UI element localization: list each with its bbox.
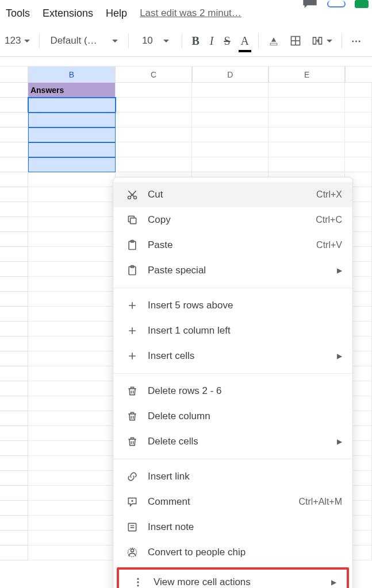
more-toolbar-button[interactable]: ⋯ — [348, 31, 366, 51]
menu-extensions[interactable]: Extensions — [43, 7, 93, 20]
row-header[interactable] — [0, 336, 28, 351]
cell[interactable] — [28, 381, 116, 396]
cell[interactable] — [28, 98, 116, 113]
cell[interactable] — [28, 307, 116, 322]
fill-color-button[interactable] — [264, 31, 283, 51]
cell[interactable] — [28, 456, 116, 471]
row-header[interactable] — [0, 98, 28, 113]
cell[interactable] — [269, 142, 345, 157]
row-header[interactable] — [0, 546, 28, 560]
cell[interactable] — [269, 98, 345, 113]
cell[interactable] — [345, 83, 372, 98]
context-menu-item-insert-note[interactable]: Insert note — [113, 514, 352, 540]
context-menu-item-cut[interactable]: CutCtrl+X — [113, 182, 352, 207]
menu-help[interactable]: Help — [106, 7, 127, 20]
bold-button[interactable]: B — [188, 31, 202, 51]
row-header[interactable] — [0, 247, 28, 262]
column-header-e[interactable]: E — [269, 67, 345, 83]
cell[interactable] — [28, 396, 116, 411]
row-header[interactable] — [0, 217, 28, 232]
context-menu-item-insert-link[interactable]: Insert link — [113, 464, 352, 489]
cell[interactable] — [269, 83, 345, 98]
context-menu-item-convert-to-people-chip[interactable]: Convert to people chip — [113, 540, 352, 565]
cell[interactable] — [269, 157, 345, 172]
cell[interactable] — [28, 217, 116, 232]
row-header[interactable] — [0, 127, 28, 142]
cell[interactable] — [28, 471, 116, 486]
row-header[interactable] — [0, 187, 28, 202]
column-header-c[interactable]: C — [115, 67, 191, 83]
row-header[interactable] — [0, 396, 28, 411]
row-header[interactable] — [0, 307, 28, 322]
merge-cells-button[interactable] — [308, 31, 336, 51]
cell[interactable] — [192, 127, 269, 142]
cell[interactable] — [28, 322, 116, 336]
cell[interactable] — [28, 292, 116, 307]
row-header[interactable] — [0, 366, 28, 381]
cell[interactable] — [116, 157, 192, 172]
cell[interactable] — [192, 113, 269, 127]
row-header[interactable] — [0, 411, 28, 426]
cell[interactable] — [28, 411, 116, 426]
row-header[interactable] — [0, 262, 28, 277]
cell[interactable] — [269, 113, 345, 127]
cell[interactable] — [28, 277, 116, 292]
row-header[interactable] — [0, 456, 28, 471]
column-header[interactable] — [345, 67, 372, 83]
cell[interactable] — [345, 127, 372, 142]
header-cell-answers[interactable]: Answers — [28, 83, 116, 98]
cell[interactable] — [192, 142, 269, 157]
row-header[interactable] — [0, 486, 28, 501]
cell[interactable] — [28, 247, 116, 262]
share-present-icon[interactable] — [327, 1, 346, 7]
cell[interactable] — [345, 142, 372, 157]
text-color-button[interactable]: A — [237, 31, 252, 51]
italic-button[interactable]: I — [206, 31, 217, 51]
cell[interactable] — [28, 172, 116, 187]
row-header[interactable] — [0, 441, 28, 456]
column-header[interactable] — [0, 67, 28, 83]
cell[interactable] — [116, 142, 192, 157]
context-menu-item-copy[interactable]: CopyCtrl+C — [113, 207, 352, 233]
cell[interactable] — [28, 501, 116, 516]
row-header[interactable] — [0, 322, 28, 336]
context-menu-item-delete-cells[interactable]: Delete cells▶ — [113, 429, 352, 454]
context-menu-item-delete-column[interactable]: Delete column — [113, 404, 352, 429]
row-header[interactable] — [0, 202, 28, 217]
borders-button[interactable] — [286, 31, 305, 51]
row-header[interactable] — [0, 426, 28, 441]
cell[interactable] — [28, 351, 116, 366]
comment-history-icon[interactable] — [302, 0, 318, 8]
context-menu-item-paste[interactable]: PasteCtrl+V — [113, 233, 352, 258]
row-header[interactable] — [0, 381, 28, 396]
cell[interactable] — [28, 157, 116, 172]
cell[interactable] — [28, 366, 116, 381]
cell[interactable] — [28, 441, 116, 456]
cell[interactable] — [28, 142, 116, 157]
cell[interactable] — [28, 127, 116, 142]
column-header-d[interactable]: D — [192, 67, 269, 83]
context-menu-item-view-more-cell-actions[interactable]: View more cell actions▶ — [119, 570, 347, 588]
row-header[interactable] — [0, 501, 28, 516]
cell[interactable] — [192, 98, 269, 113]
row-header[interactable] — [0, 292, 28, 307]
cell[interactable] — [28, 486, 116, 501]
cell[interactable] — [28, 426, 116, 441]
cell[interactable] — [28, 187, 116, 202]
row-header[interactable] — [0, 157, 28, 172]
cell[interactable] — [28, 202, 116, 217]
sheets-icon[interactable] — [355, 0, 369, 8]
row-header[interactable] — [0, 277, 28, 292]
cell[interactable] — [28, 262, 116, 277]
cell[interactable] — [116, 98, 192, 113]
strikethrough-button[interactable]: S — [220, 31, 233, 51]
row-header[interactable] — [0, 471, 28, 486]
row-header[interactable] — [0, 351, 28, 366]
row-header[interactable] — [0, 232, 28, 247]
row-header[interactable] — [0, 172, 28, 187]
row-header[interactable] — [0, 83, 28, 98]
row-header[interactable] — [0, 113, 28, 127]
context-menu-item-insert-1-column-left[interactable]: Insert 1 column left — [113, 318, 352, 343]
context-menu-item-insert-5-rows-above[interactable]: Insert 5 rows above — [113, 293, 352, 318]
cell[interactable] — [116, 113, 192, 127]
